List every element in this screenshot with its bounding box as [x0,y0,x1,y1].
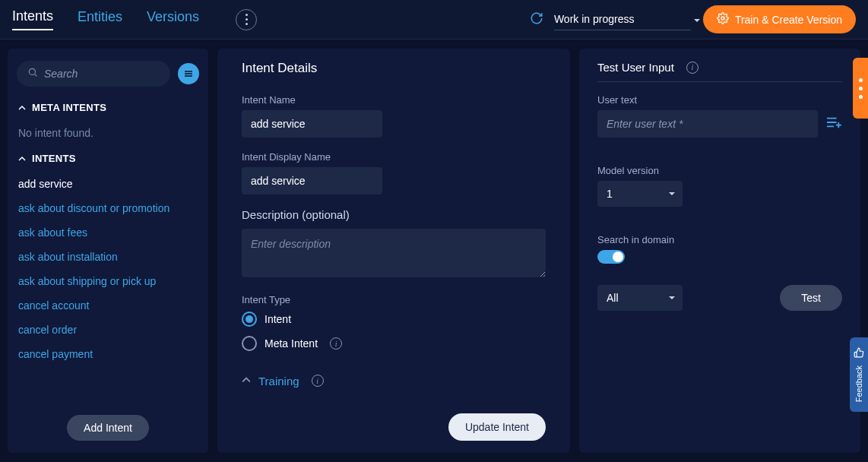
intent-details-title: Intent Details [242,61,546,76]
intent-name-input[interactable] [242,110,382,138]
main-panel: Intent Details Intent Name Intent Displa… [217,49,570,453]
search-icon [27,67,38,81]
section-meta-label: META INTENTS [32,102,106,113]
intent-item[interactable]: cancel order [8,318,208,342]
intent-type-label: Intent Type [242,294,546,305]
intent-item[interactable]: cancel account [8,293,208,318]
expand-sidebar-button[interactable] [178,63,199,84]
info-icon[interactable]: i [312,375,324,387]
svg-point-1 [29,68,35,74]
topbar: Intents Entities Versions Work in progre… [0,0,868,40]
training-label: Training [258,375,299,388]
test-user-input-title: Test User Input [597,61,674,74]
svg-line-2 [35,74,37,77]
no-meta-intent-message: No intent found. [8,121,208,145]
intent-item[interactable]: add service [8,172,208,196]
test-panel: Test User Input i User text Model versio… [579,49,860,453]
svg-point-0 [721,17,724,20]
search-domain-label: Search in domain [597,234,842,245]
tab-versions[interactable]: Versions [147,9,199,30]
search-input[interactable] [44,68,160,80]
intent-name-label: Intent Name [242,94,546,106]
description-textarea[interactable] [242,229,546,277]
training-collapse[interactable]: Training i [242,374,546,388]
intent-list: add service ask about discount or promot… [8,172,208,366]
tab-entities[interactable]: Entities [78,9,122,30]
refresh-icon[interactable] [530,11,543,28]
search-domain-toggle[interactable] [597,250,625,264]
top-tabs: Intents Entities Versions [12,8,257,30]
version-select[interactable]: Work in progress [554,8,691,30]
gear-icon [717,12,729,27]
intent-displayname-label: Intent Display Name [242,151,546,163]
feedback-label: Feedback [854,365,863,402]
intent-item[interactable]: ask about fees [8,220,208,245]
sidebar: META INTENTS No intent found. INTENTS ad… [8,49,208,453]
section-intents-label: INTENTS [32,153,76,164]
more-menu-icon[interactable] [236,9,257,30]
intent-item[interactable]: cancel payment [8,342,208,366]
intent-displayname-input[interactable] [242,167,382,195]
section-meta-intents[interactable]: META INTENTS [8,94,208,121]
model-version-label: Model version [597,165,842,176]
intent-item[interactable]: ask about shipping or pick up [8,269,208,293]
info-icon[interactable]: i [330,337,342,350]
radio-intent-label: Intent [265,313,291,325]
radio-meta-intent[interactable]: Meta Intent i [242,336,546,351]
tab-intents[interactable]: Intents [12,8,53,30]
search-input-wrap [17,61,170,87]
section-intents[interactable]: INTENTS [8,145,208,172]
train-button-label: Train & Create Version [735,14,842,26]
model-version-select[interactable]: 1 [597,181,683,207]
description-label: Description (optional) [242,208,546,221]
intent-item[interactable]: ask about discount or promotion [8,196,208,220]
user-text-label: User text [597,94,842,106]
radio-intent[interactable]: Intent [242,312,546,327]
test-button[interactable]: Test [780,285,842,311]
user-text-input[interactable] [597,110,818,138]
add-intent-button[interactable]: Add Intent [67,415,149,441]
thumbs-up-icon [854,347,864,361]
intent-item[interactable]: ask about installation [8,245,208,269]
radio-meta-label: Meta Intent [265,337,318,350]
version-select-wrap: Work in progress [554,8,703,30]
side-dots-tab[interactable] [853,58,868,119]
domain-select[interactable]: All [597,285,683,311]
update-intent-button[interactable]: Update Intent [448,413,546,441]
chevron-up-icon [242,374,251,388]
add-list-icon[interactable] [825,115,842,132]
info-icon[interactable]: i [686,62,699,74]
feedback-tab[interactable]: Feedback [850,337,868,412]
train-create-version-button[interactable]: Train & Create Version [703,5,856,33]
